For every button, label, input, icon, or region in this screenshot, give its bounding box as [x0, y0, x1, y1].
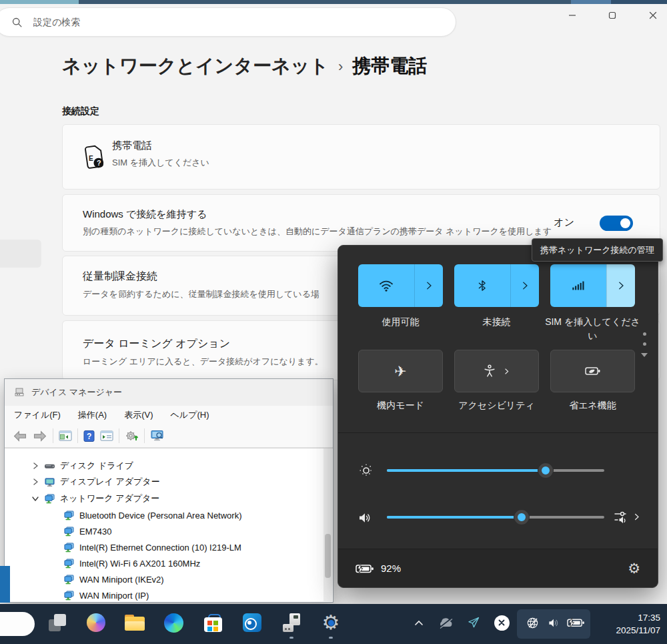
file-explorer-icon[interactable]: [123, 611, 147, 635]
desktop: ネットワークとインターネット › 携帯電話 接続設定 E ? 携帯電話 SIM …: [0, 0, 667, 644]
device-manager-title: デバイス マネージャー: [31, 386, 122, 398]
device-manager-taskbar-icon[interactable]: [280, 611, 304, 635]
accessibility-tile[interactable]: [454, 350, 539, 392]
display-adapter-icon: [44, 477, 55, 487]
volume-slider[interactable]: [387, 516, 604, 519]
cellular-toggle[interactable]: [550, 264, 606, 307]
forward-button[interactable]: [33, 430, 47, 442]
wifi-expand-button[interactable]: [414, 264, 443, 307]
tree-label[interactable]: EM7430: [79, 527, 111, 537]
scrollbar-thumb[interactable]: [325, 534, 331, 578]
keep-connected-toggle[interactable]: [600, 216, 633, 231]
tree-label[interactable]: ネットワーク アダプター: [60, 493, 159, 505]
tree-label[interactable]: Intel(R) Wi-Fi 6 AX201 160MHz: [79, 559, 200, 569]
battery-percent: 92%: [381, 563, 401, 574]
brightness-icon: [358, 462, 374, 478]
toggle-knob: [620, 218, 630, 228]
expand-panel-chevron-icon[interactable]: [640, 352, 648, 358]
airplane-tile-label: 機内モード: [353, 398, 448, 412]
settings-search-box[interactable]: [0, 7, 456, 37]
show-console-tree-button[interactable]: [59, 430, 72, 442]
cellular-expand-button[interactable]: [606, 264, 635, 307]
tree-row[interactable]: Intel(R) Ethernet Connection (10) I219-L…: [63, 539, 241, 555]
battery-charging-icon: [356, 563, 374, 574]
volume-row: [338, 504, 658, 531]
card-cellular[interactable]: E ? 携帯電話 SIM を挿入してください: [62, 124, 660, 190]
start-search-pill[interactable]: [0, 612, 35, 636]
minimize-button[interactable]: [558, 5, 587, 25]
close-button[interactable]: [638, 5, 667, 25]
back-button[interactable]: [13, 430, 27, 442]
outlook-icon[interactable]: [240, 611, 264, 635]
volume-thumb[interactable]: [514, 510, 529, 525]
background-window-fragment: [0, 566, 10, 603]
update-driver-button[interactable]: [125, 430, 139, 442]
action-pane-button[interactable]: [100, 430, 113, 442]
tree-row[interactable]: WAN Miniport (IP): [63, 587, 149, 602]
location-share-icon[interactable]: [462, 611, 486, 635]
device-manager-icon: [14, 387, 25, 398]
maximize-button[interactable]: [598, 5, 627, 25]
accessibility-icon: [482, 364, 497, 378]
card-keep-connected-subtitle: 別の種類のネットワークに接続していないときは、自動的にデータ通信プランの携帯デー…: [83, 226, 552, 238]
airplane-mode-tile[interactable]: ✈: [358, 350, 443, 392]
copilot-icon[interactable]: [84, 611, 108, 635]
brightness-thumb[interactable]: [538, 463, 553, 478]
energy-saver-tile[interactable]: [550, 350, 635, 392]
tree-row[interactable]: EM7430: [63, 523, 111, 539]
tree-row[interactable]: ディスク ドライブ: [31, 458, 133, 474]
running-indicator: [289, 637, 293, 639]
tree-row[interactable]: ディスプレイ アダプター: [31, 474, 160, 490]
tree-row[interactable]: ネットワーク アダプター: [31, 491, 159, 507]
network-adapter-icon: [63, 559, 75, 569]
edge-icon[interactable]: [161, 611, 185, 635]
scan-hardware-button[interactable]: [150, 430, 165, 442]
breadcrumb-parent[interactable]: ネットワークとインターネット: [62, 53, 329, 79]
accessibility-tile-label: アクセシビリティ: [449, 398, 544, 412]
search-input[interactable]: [32, 16, 382, 28]
settings-taskbar-icon[interactable]: ⚙: [319, 611, 343, 635]
brightness-slider[interactable]: [387, 469, 604, 472]
onedrive-paused-icon[interactable]: [434, 611, 458, 635]
menu-help[interactable]: ヘルプ(H): [171, 409, 209, 421]
settings-gear-icon[interactable]: ⚙: [628, 561, 640, 577]
help-button[interactable]: ?: [83, 430, 95, 442]
task-view-button[interactable]: [45, 611, 69, 635]
tree-label[interactable]: ディスク ドライブ: [60, 460, 133, 472]
tree-row[interactable]: Intel(R) Wi-Fi 6 AX201 160MHz: [63, 555, 200, 571]
brightness-row: [338, 457, 658, 484]
wifi-toggle[interactable]: [358, 264, 414, 307]
expand-icon[interactable]: [31, 478, 39, 486]
wifi-icon: [378, 278, 394, 294]
audio-output-icon[interactable]: [613, 509, 629, 525]
cellular-icon: [571, 278, 586, 293]
taskbar-clock[interactable]: 17:35 2025/11/07: [616, 611, 660, 637]
collapse-icon[interactable]: [31, 495, 39, 503]
tree-label[interactable]: ディスプレイ アダプター: [60, 476, 160, 488]
background-window-edge-teal: [0, 0, 79, 4]
expand-icon[interactable]: [31, 462, 39, 470]
device-manager-titlebar[interactable]: デバイス マネージャー: [5, 379, 333, 406]
tree-row[interactable]: Bluetooth Device (Personal Area Network): [63, 507, 242, 523]
card-metered-subtitle: データを節約するために、従量制課金接続を使用している場: [83, 288, 319, 300]
tray-battery-icon: [564, 611, 588, 635]
tree-label[interactable]: WAN Miniport (IP): [79, 591, 149, 601]
bluetooth-expand-button[interactable]: [510, 264, 539, 307]
tray-show-hidden-icons-button[interactable]: [410, 611, 428, 635]
tree-label[interactable]: Intel(R) Ethernet Connection (10) I219-L…: [79, 543, 241, 553]
menu-action[interactable]: 操作(A): [78, 409, 107, 421]
menu-file[interactable]: ファイル(F): [14, 409, 61, 421]
sim-card-icon: E ?: [83, 143, 105, 170]
tree-row[interactable]: WAN Miniport (IKEv2): [63, 571, 164, 587]
bluetooth-toggle[interactable]: [454, 264, 510, 307]
menu-view[interactable]: 表示(V): [124, 409, 153, 421]
tree-label[interactable]: Bluetooth Device (Personal Area Network): [79, 511, 242, 521]
scrollbar[interactable]: [323, 448, 332, 601]
divider: [338, 432, 658, 433]
nav-fragment: [0, 240, 41, 268]
airplane-icon: ✈: [394, 363, 406, 380]
chevron-right-icon[interactable]: [632, 512, 642, 522]
microsoft-store-icon[interactable]: [201, 611, 225, 635]
status-x-icon[interactable]: [490, 611, 514, 635]
tree-label[interactable]: WAN Miniport (IKEv2): [79, 575, 164, 585]
